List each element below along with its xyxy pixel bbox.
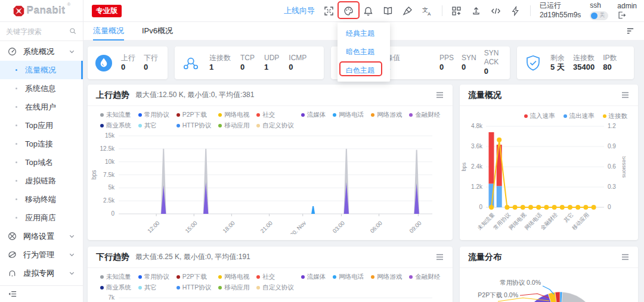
sidebar-item[interactable]: 系统信息 bbox=[0, 79, 83, 98]
panel-menu-icon[interactable] bbox=[435, 253, 444, 261]
search-input[interactable] bbox=[6, 27, 67, 36]
metric-value: 0 bbox=[144, 63, 158, 72]
svg-text:7k: 7k bbox=[108, 294, 115, 301]
logo[interactable]: Panabit ® bbox=[0, 0, 83, 21]
svg-text:03:00: 03:00 bbox=[331, 220, 346, 234]
metric-value: 0 bbox=[121, 63, 135, 72]
sidebar-item[interactable]: Top域名 bbox=[0, 153, 83, 172]
legend-item[interactable]: 未知流量 bbox=[100, 273, 131, 281]
legend-item[interactable]: 商业系统 bbox=[100, 122, 131, 130]
metric-value: 1 bbox=[209, 63, 231, 72]
notification-bell-icon[interactable] bbox=[363, 5, 374, 16]
theme-palette-icon[interactable]: 经典主题暗色主题白色主题 bbox=[343, 5, 354, 16]
upstream-chart[interactable]: 02.5k5k7.5k10k12.5k15kbps12:0015:0018:00… bbox=[88, 131, 453, 234]
legend-item[interactable]: 流入速率 bbox=[524, 112, 555, 120]
code-icon[interactable] bbox=[491, 5, 501, 16]
legend-item[interactable]: 网络游戏 bbox=[371, 273, 402, 281]
legend-dot bbox=[564, 114, 567, 118]
theme-option[interactable]: 经典主题 bbox=[338, 24, 390, 43]
legend-item[interactable]: 网络游戏 bbox=[371, 111, 402, 119]
legend-item[interactable]: 商业系统 bbox=[100, 284, 131, 292]
legend-item[interactable]: P2P下载 bbox=[177, 111, 211, 119]
tabs: 流量概况IPv6概况 bbox=[93, 22, 191, 41]
distribution-pie-chart[interactable]: 常用协议 0.0%P2P下载 0.0% bbox=[460, 268, 638, 302]
layout-grid-icon[interactable] bbox=[451, 5, 462, 16]
sidebar-item[interactable]: 虚拟链路 bbox=[0, 172, 83, 190]
legend-item[interactable]: 常用协议 bbox=[138, 111, 169, 119]
panel-header: 下行趋势 最大值:6.25 K, 最小值:0, 平均值:191 bbox=[88, 247, 453, 268]
legend-label: 未知流量 bbox=[106, 111, 131, 119]
sidebar-section[interactable]: 网络设置 bbox=[0, 227, 83, 245]
sidebar-item-label: 在线用户 bbox=[25, 102, 56, 113]
legend-item[interactable]: 流出速率 bbox=[564, 112, 595, 120]
legend-label: 常用协议 bbox=[144, 111, 169, 119]
clean-broom-icon[interactable] bbox=[402, 5, 413, 16]
legend-item[interactable]: 网络电话 bbox=[333, 273, 364, 281]
overview-chart[interactable]: 001.2k0.32.4k0.63.6k0.94.8k1.2bpsSession… bbox=[460, 120, 638, 235]
waterdrop-icon bbox=[95, 54, 113, 72]
sidebar-item[interactable]: 在线用户 bbox=[0, 98, 83, 116]
sidebar-menu: 系统概况流量概况系统信息在线用户Top应用Top连接Top域名虚拟链路移动终端应… bbox=[0, 41, 83, 285]
collapse-menu-icon[interactable] bbox=[8, 289, 17, 298]
wizard-link[interactable]: 上线向导 bbox=[284, 5, 315, 16]
legend-item[interactable]: 流媒体 bbox=[301, 273, 326, 281]
legend-item[interactable]: HTTP协议 bbox=[177, 122, 211, 130]
tab[interactable]: IPv6概况 bbox=[142, 22, 173, 41]
legend-item[interactable]: 连接数 bbox=[603, 112, 628, 120]
legend-item[interactable]: 社交 bbox=[256, 111, 294, 119]
overview-legend: 流入速率流出速率连接数 bbox=[460, 106, 638, 120]
legend-item[interactable]: 网络电话 bbox=[333, 111, 364, 119]
theme-option[interactable]: 暗色主题 bbox=[338, 43, 390, 61]
tab[interactable]: 流量概况 bbox=[93, 22, 124, 41]
panel-menu-icon[interactable] bbox=[621, 253, 630, 261]
metric-value: 1 bbox=[264, 63, 279, 72]
sidebar-section[interactable]: 虚拟专网 bbox=[0, 264, 83, 282]
legend-item[interactable]: 金融财经 bbox=[409, 273, 440, 281]
legend-item[interactable]: 移动应用 bbox=[218, 284, 249, 292]
fullscreen-icon[interactable] bbox=[324, 5, 335, 16]
legend-dot bbox=[100, 124, 104, 127]
translate-icon[interactable]: 文A bbox=[422, 5, 433, 16]
legend-label: 商业系统 bbox=[106, 284, 131, 292]
username: admin bbox=[617, 2, 637, 11]
logout-icon[interactable] bbox=[617, 11, 626, 20]
manual-book-icon[interactable] bbox=[383, 5, 394, 16]
legend-item[interactable]: 自定义协议 bbox=[256, 122, 294, 130]
legend-item[interactable]: 常用协议 bbox=[138, 273, 169, 281]
downstream-chart[interactable]: 7kbps bbox=[88, 293, 453, 302]
legend-item[interactable]: 移动应用 bbox=[218, 122, 249, 130]
legend-item[interactable]: 流媒体 bbox=[301, 111, 326, 119]
panel-menu-icon[interactable] bbox=[621, 91, 630, 99]
metric-label: TCP bbox=[240, 54, 255, 63]
legend-item[interactable]: HTTP协议 bbox=[177, 284, 211, 292]
legend-item[interactable]: 网络电视 bbox=[218, 111, 249, 119]
legend-item[interactable]: 其它 bbox=[138, 122, 169, 130]
bullet-dot bbox=[16, 88, 17, 89]
sidebar-item[interactable]: 移动终端 bbox=[0, 190, 83, 208]
chevron-down-icon bbox=[69, 233, 75, 239]
upgrade-icon[interactable] bbox=[471, 5, 482, 16]
legend-item[interactable]: 未知流量 bbox=[100, 111, 131, 119]
legend-item[interactable]: 自定义协议 bbox=[256, 284, 294, 292]
legend-item[interactable]: P2P下载 bbox=[177, 273, 211, 281]
svg-text:7.5k: 7.5k bbox=[103, 172, 115, 178]
sidebar-item[interactable]: 应用商店 bbox=[0, 208, 83, 227]
quick-action-lightning-icon[interactable] bbox=[510, 5, 521, 16]
ssh-toggle[interactable]: 关 bbox=[590, 11, 608, 20]
panel-menu-icon[interactable] bbox=[435, 91, 444, 99]
sidebar-item[interactable]: Top应用 bbox=[0, 116, 83, 135]
legend-item[interactable]: 社交 bbox=[256, 273, 294, 281]
legend-item[interactable]: 金融财经 bbox=[409, 111, 440, 119]
sidebar-item[interactable]: Top连接 bbox=[0, 135, 83, 153]
sidebar-section[interactable]: 行为管理 bbox=[0, 245, 83, 264]
chevron-down-icon bbox=[69, 251, 75, 258]
sidebar-section[interactable]: 系统概况 bbox=[0, 42, 83, 61]
search-icon[interactable] bbox=[69, 27, 77, 36]
legend-item[interactable]: 网络电视 bbox=[218, 273, 249, 281]
sort-filter-icon[interactable] bbox=[626, 27, 634, 35]
legend-dot bbox=[301, 113, 305, 117]
svg-text:2.4k: 2.4k bbox=[471, 163, 483, 170]
sidebar-item[interactable]: 流量概况 bbox=[0, 61, 83, 79]
theme-option[interactable]: 白色主题 bbox=[338, 61, 390, 80]
legend-item[interactable]: 其它 bbox=[138, 284, 169, 292]
